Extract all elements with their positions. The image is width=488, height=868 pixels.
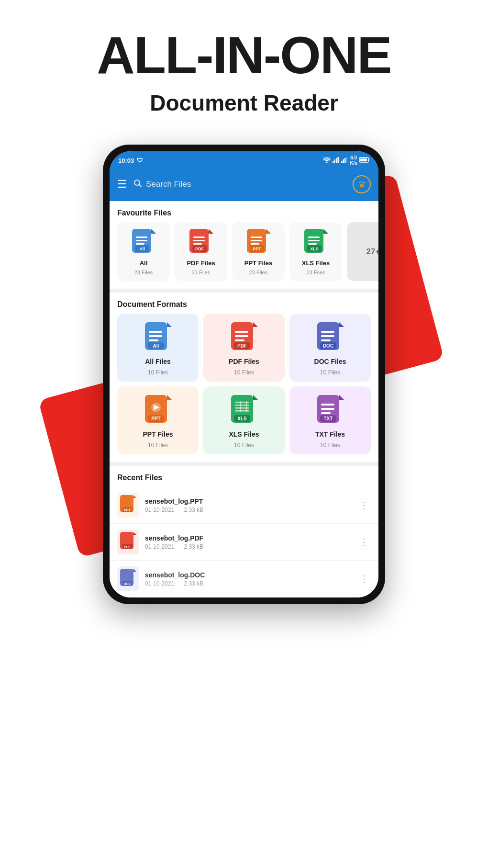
svg-marker-35 (323, 229, 328, 234)
svg-text:PDF: PDF (237, 343, 247, 349)
svg-rect-43 (149, 331, 162, 333)
svg-point-0 (326, 162, 328, 163)
recent-doc-name: sensebot_log.DOC (145, 571, 352, 579)
search-placeholder: Search Files (146, 180, 191, 189)
format-card-txt[interactable]: TXT TXT Files 10 Files (289, 386, 371, 454)
format-ppt-count: 10 Files (148, 442, 168, 449)
format-all-label: All Files (145, 358, 171, 365)
fav-all-count: 23 Files (134, 270, 153, 275)
svg-marker-63 (167, 395, 172, 400)
svg-rect-37 (308, 240, 320, 241)
format-pdf-count: 10 Files (234, 369, 254, 376)
svg-rect-8 (346, 157, 348, 163)
menu-button[interactable]: ☰ (117, 178, 127, 191)
svg-marker-56 (339, 322, 344, 327)
hero-title: ALL-IN-ONE (19, 29, 469, 81)
format-card-all[interactable]: All All Files 10 Files (117, 314, 199, 382)
svg-rect-38 (308, 243, 317, 245)
format-ppt-label: PPT Files (143, 430, 173, 438)
favourite-scroll[interactable]: All All 23 Files (110, 222, 378, 289)
svg-text:PPT: PPT (253, 247, 261, 251)
recent-item-pdf[interactable]: PDF sensebot_log.PDF 01-10-2021 2.33 kB … (110, 524, 378, 561)
recent-pdf-icon: PDF (117, 530, 139, 554)
format-card-ppt[interactable]: PPT PPT Files 10 Files (117, 386, 199, 454)
svg-rect-16 (136, 240, 147, 241)
svg-marker-78 (339, 395, 344, 400)
fav-ppt-count: 23 Files (249, 270, 268, 275)
svg-rect-50 (235, 331, 248, 333)
fav-item-xls[interactable]: XLS XLS Files 23 Files (289, 222, 342, 281)
svg-text:XLS: XLS (310, 247, 319, 251)
fav-xls-count: 23 Files (307, 270, 325, 275)
svg-marker-42 (167, 322, 172, 327)
svg-rect-59 (321, 339, 331, 341)
svg-rect-51 (235, 335, 248, 337)
svg-rect-22 (193, 237, 205, 238)
svg-text:DOC: DOC (123, 582, 131, 586)
formats-section-title: Document Formats (110, 293, 378, 314)
format-xls-label: XLS Files (229, 430, 259, 438)
format-card-doc[interactable]: DOC DOC Files 10 Files (289, 314, 371, 382)
svg-rect-10 (360, 158, 367, 161)
svg-rect-52 (235, 339, 244, 341)
format-card-xls[interactable]: XLS XLS Files 10 Files (203, 386, 285, 454)
recent-ppt-size: 2.33 kB (184, 507, 203, 513)
svg-rect-2 (334, 159, 336, 163)
svg-rect-17 (136, 243, 144, 245)
svg-rect-79 (321, 404, 334, 406)
recent-ppt-date: 01-10-2021 (145, 507, 174, 513)
svg-marker-49 (253, 322, 258, 327)
svg-rect-5 (341, 161, 343, 163)
svg-marker-14 (151, 229, 156, 234)
recent-ppt-meta: 01-10-2021 2.33 kB (145, 507, 352, 513)
battery-icon (359, 157, 370, 164)
crown-button[interactable]: ♛ (353, 175, 371, 193)
recent-ppt-more-button[interactable]: ⋮ (357, 497, 371, 513)
svg-rect-31 (251, 243, 259, 245)
recent-item-ppt[interactable]: PPT sensebot_log.PPT 01-10-2021 2.33 kB … (110, 487, 378, 524)
recent-ppt-name: sensebot_log.PPT (145, 497, 352, 505)
svg-rect-80 (321, 408, 334, 410)
fav-pdf-label: PDF Files (187, 259, 215, 267)
hero-section: ALL-IN-ONE Document Reader (0, 0, 488, 130)
svg-rect-44 (149, 335, 162, 337)
svg-rect-29 (251, 237, 262, 238)
format-card-pdf[interactable]: PDF PDF Files 10 Files (203, 314, 285, 382)
status-right: 6.0K/s (323, 155, 370, 166)
recent-doc-icon: DOC (117, 566, 139, 591)
signal-icon (333, 157, 339, 164)
fav-item-more[interactable]: 27+ (347, 222, 378, 281)
speed-indicator: 6.0K/s (350, 155, 357, 166)
signal-icon-2 (341, 157, 348, 164)
recent-item-doc[interactable]: DOC sensebot_log.DOC 01-10-2021 2.33 kB … (110, 561, 378, 597)
svg-marker-85 (133, 495, 136, 498)
fav-ppt-label: PPT Files (244, 259, 273, 267)
svg-rect-15 (136, 237, 147, 238)
svg-rect-7 (344, 158, 346, 163)
fav-pdf-count: 23 Files (192, 270, 211, 275)
format-pdf-label: PDF Files (229, 358, 259, 365)
recent-pdf-size: 2.33 kB (184, 543, 203, 550)
svg-rect-72 (235, 410, 249, 412)
search-bar[interactable]: Search Files (133, 179, 346, 190)
fav-more-badge: 27+ (366, 247, 378, 257)
divider-2 (110, 462, 378, 466)
fav-item-pdf[interactable]: PDF PDF Files 23 Files (175, 222, 227, 281)
recent-pdf-more-button[interactable]: ⋮ (357, 534, 371, 550)
svg-text:All: All (139, 247, 145, 251)
app-bar: ☰ Search Files ♛ (110, 169, 378, 201)
recent-pdf-info: sensebot_log.PDF 01-10-2021 2.33 kB (145, 534, 352, 550)
svg-marker-21 (209, 229, 213, 234)
fav-item-ppt[interactable]: PPT PPT Files 23 Files (232, 222, 285, 281)
svg-line-12 (139, 184, 142, 187)
recent-pdf-date: 01-10-2021 (145, 543, 174, 550)
status-bar: 10:03 🛡 (110, 151, 378, 169)
fav-item-all[interactable]: All All 23 Files (117, 222, 170, 281)
svg-text:PPT: PPT (124, 508, 131, 512)
svg-rect-24 (193, 243, 202, 245)
svg-marker-68 (253, 395, 258, 400)
recent-section: Recent Files PPT sensebot_l (110, 466, 378, 597)
recent-doc-more-button[interactable]: ⋮ (357, 571, 371, 586)
svg-rect-81 (321, 412, 331, 414)
content-area: Favourite Files All (110, 201, 378, 597)
